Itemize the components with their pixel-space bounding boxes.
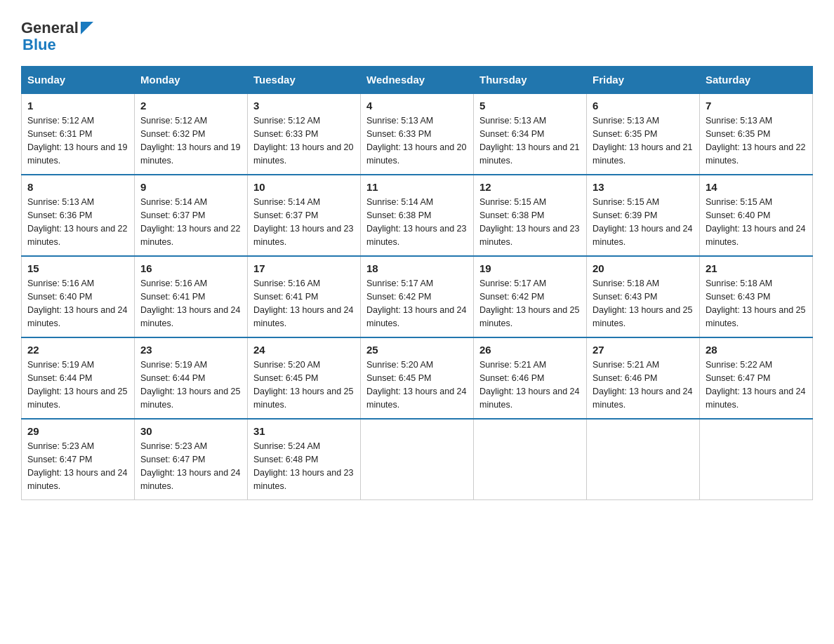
day-info: Sunrise: 5:18 AMSunset: 6:43 PMDaylight:… [593, 277, 694, 330]
day-number: 23 [140, 344, 241, 356]
logo-blue-text: Blue [22, 36, 93, 53]
calendar-header-sunday: Sunday [22, 67, 135, 94]
day-number: 16 [140, 262, 241, 274]
day-number: 9 [140, 181, 241, 193]
calendar-cell: 29Sunrise: 5:23 AMSunset: 6:47 PMDayligh… [22, 419, 135, 500]
svg-marker-0 [81, 22, 93, 34]
calendar-header-wednesday: Wednesday [361, 67, 474, 94]
calendar-cell: 12Sunrise: 5:15 AMSunset: 6:38 PMDayligh… [474, 175, 587, 256]
calendar-header-tuesday: Tuesday [248, 67, 361, 94]
calendar-cell: 28Sunrise: 5:22 AMSunset: 6:47 PMDayligh… [700, 337, 813, 419]
day-number: 17 [253, 262, 355, 274]
calendar-table: SundayMondayTuesdayWednesdayThursdayFrid… [21, 66, 813, 500]
day-number: 1 [27, 100, 128, 112]
calendar-cell: 25Sunrise: 5:20 AMSunset: 6:45 PMDayligh… [361, 337, 474, 419]
calendar-header-row: SundayMondayTuesdayWednesdayThursdayFrid… [22, 67, 813, 94]
day-number: 6 [593, 100, 694, 112]
day-number: 27 [593, 344, 694, 356]
day-info: Sunrise: 5:21 AMSunset: 6:46 PMDaylight:… [593, 358, 694, 411]
day-number: 24 [253, 344, 355, 356]
calendar-cell: 27Sunrise: 5:21 AMSunset: 6:46 PMDayligh… [587, 337, 700, 419]
day-info: Sunrise: 5:23 AMSunset: 6:47 PMDaylight:… [140, 440, 241, 492]
day-number: 11 [366, 181, 468, 193]
day-info: Sunrise: 5:16 AMSunset: 6:41 PMDaylight:… [140, 277, 241, 330]
day-info: Sunrise: 5:23 AMSunset: 6:47 PMDaylight:… [27, 440, 128, 492]
day-info: Sunrise: 5:13 AMSunset: 6:33 PMDaylight:… [366, 114, 468, 167]
day-number: 20 [593, 262, 694, 274]
day-number: 28 [706, 344, 807, 356]
calendar-cell: 9Sunrise: 5:14 AMSunset: 6:37 PMDaylight… [135, 175, 248, 256]
day-info: Sunrise: 5:16 AMSunset: 6:41 PMDaylight:… [253, 277, 355, 330]
calendar-cell: 21Sunrise: 5:18 AMSunset: 6:43 PMDayligh… [700, 256, 813, 337]
calendar-cell: 16Sunrise: 5:16 AMSunset: 6:41 PMDayligh… [135, 256, 248, 337]
calendar-cell: 24Sunrise: 5:20 AMSunset: 6:45 PMDayligh… [248, 337, 361, 419]
calendar-header-monday: Monday [135, 67, 248, 94]
calendar-cell: 7Sunrise: 5:13 AMSunset: 6:35 PMDaylight… [700, 93, 813, 175]
calendar-header-thursday: Thursday [474, 67, 587, 94]
calendar-cell: 17Sunrise: 5:16 AMSunset: 6:41 PMDayligh… [248, 256, 361, 337]
day-number: 12 [479, 181, 581, 193]
day-info: Sunrise: 5:17 AMSunset: 6:42 PMDaylight:… [479, 277, 581, 330]
calendar-cell: 14Sunrise: 5:15 AMSunset: 6:40 PMDayligh… [700, 175, 813, 256]
logo-arrow-icon [81, 22, 93, 34]
day-info: Sunrise: 5:13 AMSunset: 6:35 PMDaylight:… [593, 114, 694, 167]
day-number: 4 [366, 100, 468, 112]
calendar-header-friday: Friday [587, 67, 700, 94]
day-number: 18 [366, 262, 468, 274]
calendar-cell: 23Sunrise: 5:19 AMSunset: 6:44 PMDayligh… [135, 337, 248, 419]
day-info: Sunrise: 5:22 AMSunset: 6:47 PMDaylight:… [706, 358, 807, 411]
day-number: 19 [479, 262, 581, 274]
day-number: 26 [479, 344, 581, 356]
day-info: Sunrise: 5:14 AMSunset: 6:37 PMDaylight:… [253, 196, 355, 248]
calendar-header-saturday: Saturday [700, 67, 813, 94]
day-info: Sunrise: 5:16 AMSunset: 6:40 PMDaylight:… [27, 277, 128, 330]
day-info: Sunrise: 5:18 AMSunset: 6:43 PMDaylight:… [706, 277, 807, 330]
day-info: Sunrise: 5:12 AMSunset: 6:32 PMDaylight:… [140, 114, 241, 167]
day-number: 22 [27, 344, 128, 356]
calendar-cell: 26Sunrise: 5:21 AMSunset: 6:46 PMDayligh… [474, 337, 587, 419]
calendar-cell: 10Sunrise: 5:14 AMSunset: 6:37 PMDayligh… [248, 175, 361, 256]
day-info: Sunrise: 5:20 AMSunset: 6:45 PMDaylight:… [253, 358, 355, 411]
calendar-cell: 19Sunrise: 5:17 AMSunset: 6:42 PMDayligh… [474, 256, 587, 337]
calendar-cell: 6Sunrise: 5:13 AMSunset: 6:35 PMDaylight… [587, 93, 700, 175]
day-number: 15 [27, 262, 128, 274]
day-number: 10 [253, 181, 355, 193]
day-info: Sunrise: 5:24 AMSunset: 6:48 PMDaylight:… [253, 440, 355, 492]
day-info: Sunrise: 5:15 AMSunset: 6:39 PMDaylight:… [593, 196, 694, 248]
day-info: Sunrise: 5:21 AMSunset: 6:46 PMDaylight:… [479, 358, 581, 411]
day-info: Sunrise: 5:19 AMSunset: 6:44 PMDaylight:… [140, 358, 241, 411]
calendar-cell [700, 419, 813, 500]
calendar-cell: 22Sunrise: 5:19 AMSunset: 6:44 PMDayligh… [22, 337, 135, 419]
day-number: 7 [706, 100, 807, 112]
day-info: Sunrise: 5:13 AMSunset: 6:35 PMDaylight:… [706, 114, 807, 167]
calendar-cell [361, 419, 474, 500]
day-number: 2 [140, 100, 241, 112]
day-info: Sunrise: 5:19 AMSunset: 6:44 PMDaylight:… [27, 358, 128, 411]
day-info: Sunrise: 5:15 AMSunset: 6:40 PMDaylight:… [706, 196, 807, 248]
day-number: 25 [366, 344, 468, 356]
calendar-week-5: 29Sunrise: 5:23 AMSunset: 6:47 PMDayligh… [22, 419, 813, 500]
day-info: Sunrise: 5:12 AMSunset: 6:31 PMDaylight:… [27, 114, 128, 167]
calendar-cell: 11Sunrise: 5:14 AMSunset: 6:38 PMDayligh… [361, 175, 474, 256]
calendar-week-2: 8Sunrise: 5:13 AMSunset: 6:36 PMDaylight… [22, 175, 813, 256]
day-number: 5 [479, 100, 581, 112]
calendar-week-3: 15Sunrise: 5:16 AMSunset: 6:40 PMDayligh… [22, 256, 813, 337]
day-info: Sunrise: 5:17 AMSunset: 6:42 PMDaylight:… [366, 277, 468, 330]
day-number: 30 [140, 425, 241, 437]
day-number: 13 [593, 181, 694, 193]
calendar-cell: 18Sunrise: 5:17 AMSunset: 6:42 PMDayligh… [361, 256, 474, 337]
calendar-cell: 4Sunrise: 5:13 AMSunset: 6:33 PMDaylight… [361, 93, 474, 175]
day-info: Sunrise: 5:13 AMSunset: 6:34 PMDaylight:… [479, 114, 581, 167]
calendar-cell: 20Sunrise: 5:18 AMSunset: 6:43 PMDayligh… [587, 256, 700, 337]
day-number: 3 [253, 100, 355, 112]
day-number: 21 [706, 262, 807, 274]
calendar-week-1: 1Sunrise: 5:12 AMSunset: 6:31 PMDaylight… [22, 93, 813, 175]
day-number: 14 [706, 181, 807, 193]
calendar-cell: 8Sunrise: 5:13 AMSunset: 6:36 PMDaylight… [22, 175, 135, 256]
calendar-cell [474, 419, 587, 500]
calendar-cell [587, 419, 700, 500]
calendar-cell: 3Sunrise: 5:12 AMSunset: 6:33 PMDaylight… [248, 93, 361, 175]
calendar-cell: 15Sunrise: 5:16 AMSunset: 6:40 PMDayligh… [22, 256, 135, 337]
logo: General Blue [21, 20, 93, 53]
calendar-week-4: 22Sunrise: 5:19 AMSunset: 6:44 PMDayligh… [22, 337, 813, 419]
